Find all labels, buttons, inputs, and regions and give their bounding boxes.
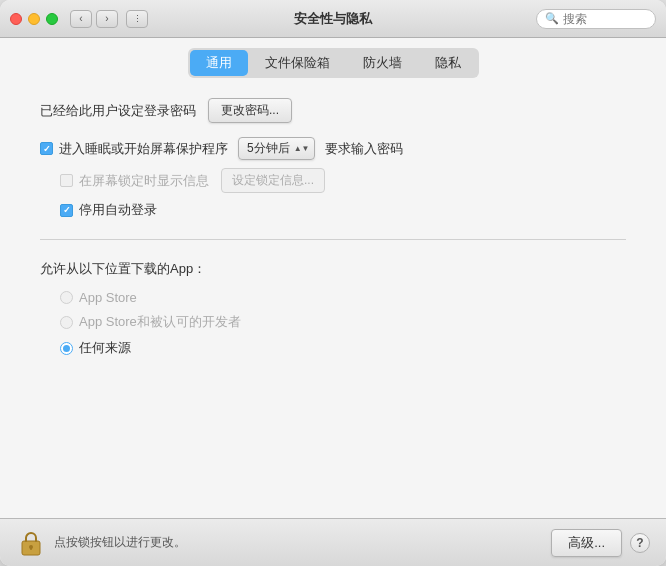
tab-filevault[interactable]: 文件保险箱 — [249, 50, 346, 76]
forward-button[interactable]: › — [96, 10, 118, 28]
radio-anywhere-row: 任何来源 — [60, 339, 626, 357]
auto-login-checkbox-row: 停用自动登录 — [60, 201, 626, 219]
search-icon: 🔍 — [545, 12, 559, 25]
lock-screen-checkbox[interactable] — [60, 174, 73, 187]
bottom-right: 高级... ? — [551, 529, 650, 557]
lock-screen-checkbox-row: 在屏幕锁定时显示信息 设定锁定信息... — [60, 168, 626, 193]
radio-appstore[interactable] — [60, 291, 73, 304]
lock-icon-container[interactable] — [16, 528, 46, 558]
tabs-container: 通用 文件保险箱 防火墙 隐私 — [188, 48, 479, 78]
radio-appstore-dev-row: App Store和被认可的开发者 — [60, 313, 626, 331]
download-section: 允许从以下位置下载的App： App Store App Store和被认可的开… — [40, 260, 626, 357]
radio-appstore-dev[interactable] — [60, 316, 73, 329]
window-title: 安全性与隐私 — [294, 10, 372, 28]
tab-general[interactable]: 通用 — [190, 50, 248, 76]
maximize-button[interactable] — [46, 13, 58, 25]
content: 已经给此用户设定登录密码 更改密码... 进入睡眠或开始屏幕保护程序 5分钟后 … — [0, 78, 666, 518]
tab-firewall[interactable]: 防火墙 — [347, 50, 418, 76]
require-password-label: 要求输入密码 — [325, 140, 403, 158]
auto-login-label: 停用自动登录 — [79, 201, 157, 219]
sleep-checkbox[interactable] — [40, 142, 53, 155]
sleep-checkbox-row: 进入睡眠或开始屏幕保护程序 5分钟后 ▲▼ 要求输入密码 — [40, 137, 626, 160]
radio-anywhere[interactable] — [60, 342, 73, 355]
advanced-button[interactable]: 高级... — [551, 529, 622, 557]
change-password-button[interactable]: 更改密码... — [208, 98, 292, 123]
sleep-time-value: 5分钟后 — [247, 140, 290, 157]
radio-appstore-row: App Store — [60, 290, 626, 305]
radio-anywhere-label: 任何来源 — [79, 339, 131, 357]
auto-login-checkbox[interactable] — [60, 204, 73, 217]
password-section: 已经给此用户设定登录密码 更改密码... — [40, 98, 626, 123]
minimize-button[interactable] — [28, 13, 40, 25]
sleep-label: 进入睡眠或开始屏幕保护程序 — [59, 140, 228, 158]
titlebar: ‹ › ⋮ 安全性与隐私 🔍 — [0, 0, 666, 38]
lock-message: 点按锁按钮以进行更改。 — [54, 534, 186, 551]
close-button[interactable] — [10, 13, 22, 25]
set-lock-info-button: 设定锁定信息... — [221, 168, 325, 193]
section-divider — [40, 239, 626, 240]
tabs-bar: 通用 文件保险箱 防火墙 隐私 — [0, 38, 666, 78]
password-label: 已经给此用户设定登录密码 — [40, 102, 196, 120]
sleep-time-arrow: ▲▼ — [294, 144, 310, 153]
radio-appstore-dev-label: App Store和被认可的开发者 — [79, 313, 241, 331]
nav-buttons: ‹ › — [70, 10, 118, 28]
search-box[interactable]: 🔍 — [536, 9, 656, 29]
help-button[interactable]: ? — [630, 533, 650, 553]
download-label: 允许从以下位置下载的App： — [40, 260, 626, 278]
sleep-time-selector[interactable]: 5分钟后 ▲▼ — [238, 137, 315, 160]
tab-privacy[interactable]: 隐私 — [419, 50, 477, 76]
window: ‹ › ⋮ 安全性与隐私 🔍 通用 文件保险箱 防火墙 隐私 已经给此用户设定登… — [0, 0, 666, 566]
traffic-lights — [10, 13, 58, 25]
grid-button[interactable]: ⋮ — [126, 10, 148, 28]
lock-icon — [19, 529, 43, 557]
radio-appstore-label: App Store — [79, 290, 137, 305]
back-button[interactable]: ‹ — [70, 10, 92, 28]
bottom-bar: 点按锁按钮以进行更改。 高级... ? — [0, 518, 666, 566]
lock-screen-label: 在屏幕锁定时显示信息 — [79, 172, 209, 190]
svg-rect-2 — [30, 547, 32, 550]
search-input[interactable] — [563, 12, 647, 26]
